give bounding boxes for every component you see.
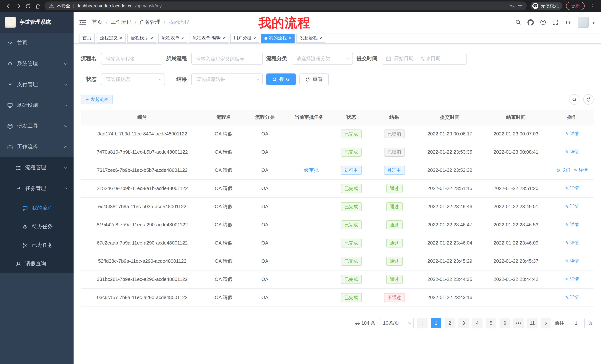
close-icon[interactable]: × [181, 36, 184, 40]
page-number-11[interactable]: 11 [527, 318, 538, 328]
initiate-process-button[interactable]: 发起流程 [81, 95, 112, 104]
close-icon[interactable]: × [320, 36, 322, 40]
sidebar-item-done-tasks[interactable]: 已办任务 [0, 236, 74, 255]
tab-process-definition[interactable]: 流程定义× [97, 34, 126, 42]
sidebar-item-workflow[interactable]: 工作流程 [0, 136, 74, 157]
col-end-time: 结束时间 [481, 110, 551, 125]
close-icon[interactable]: × [120, 36, 122, 40]
tab-initiate-process[interactable]: 发起流程× [296, 34, 325, 42]
bookmark-star-icon[interactable]: ☆ [518, 3, 522, 9]
status-tag: 进行中 [341, 166, 362, 175]
result-select[interactable]: 请选择流结果 [191, 74, 263, 85]
list-icon [15, 165, 21, 171]
sidebar-item-payment[interactable]: ¥ 支付管理 [0, 74, 74, 95]
page-number-4[interactable]: 4 [472, 318, 482, 328]
address-bar[interactable]: 不安全 | dashboard.yudao.iocoder.cn /bpm/ta… [45, 1, 527, 10]
tab-my-process[interactable]: 我的流程× [261, 34, 295, 42]
fullscreen-icon[interactable] [552, 19, 558, 25]
search-button[interactable]: 搜索 [266, 74, 296, 85]
sidebar-toggle-icon[interactable] [80, 19, 86, 25]
result-tag: 不通过 [384, 293, 405, 302]
chevron-down-icon[interactable]: ▼ [592, 21, 595, 25]
date-separator: - [416, 56, 418, 61]
cancel-button[interactable]: ⊘取消 [556, 167, 570, 173]
reload-button[interactable] [23, 1, 33, 11]
detail-button[interactable]: ✎详情 [565, 294, 579, 301]
cell-result: 通过 [370, 197, 418, 216]
next-page-button[interactable]: › [541, 318, 551, 328]
search-toggle-icon[interactable] [569, 94, 580, 105]
font-size-icon[interactable]: TT [565, 19, 571, 25]
passkey-icon[interactable] [510, 3, 515, 9]
detail-button[interactable]: ✎详情 [565, 149, 579, 155]
detail-button[interactable]: ✎详情 [565, 221, 579, 228]
detail-button[interactable]: ✎详情 [565, 185, 579, 192]
browser-menu-icon[interactable]: ⋮ [588, 1, 597, 11]
close-icon[interactable]: × [289, 36, 291, 40]
breadcrumb-task-mgmt[interactable]: 任务管理 [140, 19, 160, 26]
detail-button[interactable]: ✎详情 [565, 240, 579, 246]
page-number-6[interactable]: 6 [500, 318, 510, 328]
tab-process-form-edit[interactable]: 流程表单-编辑× [189, 34, 229, 42]
process-name-input[interactable] [101, 53, 162, 65]
status-select[interactable]: 请选择状态 [101, 74, 165, 85]
sidebar-item-home[interactable]: 首页 [0, 33, 74, 53]
process-definition-label: 所属流程 [166, 55, 191, 62]
edit-icon: ✎ [565, 186, 569, 191]
tab-process-form[interactable]: 流程表单× [158, 34, 187, 42]
github-icon[interactable] [527, 19, 534, 25]
close-icon[interactable]: × [150, 36, 153, 40]
edit-icon: ✎ [565, 277, 569, 282]
page-size-select[interactable]: 10条/页 [379, 318, 414, 328]
page-number-1[interactable]: 1 [431, 318, 441, 328]
sidebar-item-todo-tasks[interactable]: 待办任务 [0, 217, 74, 236]
sidebar-item-my-process[interactable]: 我的流程 [0, 199, 74, 217]
back-button[interactable] [4, 1, 13, 11]
breadcrumb-workflow[interactable]: 工作流程 [111, 19, 131, 26]
breadcrumb-home[interactable]: 首页 [92, 19, 102, 26]
search-icon[interactable] [515, 19, 521, 25]
cell-id: 3ad174fb-7b9d-11ec-8404-acde48001122 [81, 125, 204, 143]
tab-home[interactable]: 首页 [79, 34, 95, 42]
sidebar-item-system[interactable]: ⚙ 系统管理 [0, 53, 74, 74]
goto-page-input[interactable] [568, 318, 585, 328]
prev-page-button[interactable]: ‹ [417, 318, 428, 328]
close-icon[interactable]: × [253, 36, 256, 40]
help-icon[interactable]: ? [540, 19, 546, 25]
page-ellipsis[interactable]: ••• [513, 318, 524, 328]
close-icon[interactable]: × [222, 36, 225, 40]
date-range-picker[interactable]: 开始日期 - 结束日期 [382, 53, 467, 65]
home-button[interactable] [33, 1, 42, 11]
category-select[interactable]: 请选择流程分类 [291, 53, 353, 65]
tab-process-model[interactable]: 流程模型× [127, 34, 156, 42]
sidebar-item-process-mgmt[interactable]: 流程管理 [0, 157, 74, 178]
sidebar-item-infrastructure[interactable]: 基础设施 [0, 95, 74, 116]
page-number-2[interactable]: 2 [445, 318, 455, 328]
sidebar-logo[interactable]: 芋道管理系统 [0, 12, 74, 33]
url-path: /bpm/task/my [135, 3, 162, 9]
update-button[interactable]: 更新 [566, 2, 585, 10]
sidebar-item-task-mgmt[interactable]: 任务管理 [0, 178, 74, 199]
refresh-icon[interactable] [583, 94, 594, 105]
status-tag: 已完成 [341, 275, 362, 284]
detail-button[interactable]: ✎详情 [565, 131, 579, 137]
chevron-down-icon [64, 83, 67, 86]
sidebar-item-devtools[interactable]: 研发工具 [0, 116, 74, 136]
detail-button[interactable]: ✎详情 [574, 167, 588, 173]
process-definition-input[interactable] [191, 53, 263, 65]
detail-button[interactable]: ✎详情 [565, 276, 579, 282]
sidebar-item-leave-query[interactable]: 请假查询 [0, 255, 74, 273]
detail-button[interactable]: ✎详情 [565, 203, 579, 210]
person-icon [15, 261, 21, 267]
tab-user-group[interactable]: 用户分组× [230, 34, 259, 42]
cell-end-time [481, 161, 551, 179]
detail-button[interactable]: ✎详情 [565, 258, 579, 264]
page-number-3[interactable]: 3 [458, 318, 469, 328]
current-task-link[interactable]: 一级审批 [299, 167, 319, 173]
reset-button[interactable]: 重置 [299, 74, 329, 85]
page-number-5[interactable]: 5 [486, 318, 496, 328]
avatar[interactable] [578, 17, 589, 28]
forward-button[interactable] [13, 1, 23, 11]
sidebar: 芋道管理系统 首页 ⚙ 系统管理 ¥ 支付管理 [0, 12, 74, 364]
cell-actions: ✎详情 [551, 234, 594, 252]
